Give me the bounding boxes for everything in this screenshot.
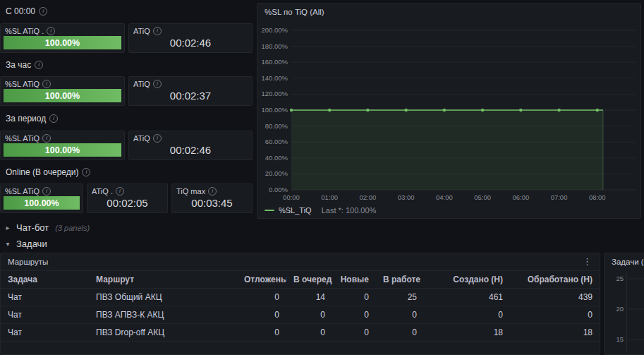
svg-text:60.00%: 60.00% [265,138,288,145]
column-header-7[interactable]: Создано (Н) [424,275,510,284]
column-header-8[interactable]: Обработано (Н) [510,275,600,284]
stat-value: 00:02:46 [129,37,252,49]
gauge-bar: 100.00% [4,143,121,157]
panel-title: %SL ATiQi [5,187,80,195]
table-row: ЧатПВЗ Drop-off АКЦ00001818 [1,324,600,342]
table-cell: 0 [332,327,376,337]
info-icon[interactable]: i [42,80,51,88]
svg-text:180.00%: 180.00% [261,42,288,50]
info-icon[interactable]: i [208,187,217,195]
sl-timeseries-chart[interactable]: 0.00%20.00%40.00%60.00%80.00%100.00%120.… [257,4,640,205]
row-tasks[interactable]: ▾ Задачи [4,238,47,250]
info-icon[interactable]: i [153,80,162,88]
panel-title-text: %SL ATiQ [5,134,40,143]
table-cell: 439 [510,292,600,302]
section-header-1[interactable]: С 00:00i [6,6,47,16]
panel-title: ATiQi [133,134,249,143]
panel-title-text: %SL ATiQ . [5,27,44,35]
table-cell: 0 [237,327,286,337]
svg-text:20.00%: 20.00% [265,169,288,177]
svg-text:0.00%: 0.00% [269,186,288,193]
table-cell: 0 [424,310,510,320]
table-cell: 18 [510,327,600,337]
column-header-1[interactable]: Задача [1,275,89,284]
routes-table-title: Маршруты [8,258,48,266]
section-title: С 00:00 [6,6,35,16]
gauge-bar: 100.00% [4,89,121,102]
gauge-value: 100.00% [45,91,80,101]
table-cell: Чат [1,292,89,302]
column-header-2[interactable]: Маршрут [89,275,237,284]
column-header-6[interactable]: В работе [376,275,424,284]
panel-title-text: ATiQ [133,27,150,35]
info-icon[interactable]: i [42,187,51,195]
panel-menu-icon[interactable]: ⋮ [581,256,594,267]
routes-table-panel: Маршруты ⋮ ЗадачаМаршрутОтложеныВ очеред… [0,253,600,355]
gauge-panel: %SL ATiQi100.00% [0,76,125,106]
info-icon[interactable]: i [42,134,51,143]
info-icon[interactable]: i [39,7,47,16]
svg-text:08:00: 08:00 [589,193,606,201]
svg-text:07:00: 07:00 [551,193,568,201]
info-icon[interactable]: i [49,114,58,123]
chevron-down-icon: ▾ [4,240,11,248]
panel-title-text: %SL ATiQ [5,80,40,88]
table-cell: 0 [237,292,286,302]
section-header-4[interactable]: Online (В очереди)i [6,167,90,177]
legend-last-value: Last *: 100.00% [322,206,377,215]
info-icon[interactable]: i [116,187,124,195]
stat-value: 00:02:46 [129,144,252,156]
table-cell: 0 [237,310,286,320]
column-header-3[interactable]: Отложены [237,275,286,284]
panel-title: ATiQ .i [92,187,164,195]
svg-text:200.00%: 200.00% [261,26,288,34]
gauge-value: 100.00% [24,198,59,208]
svg-text:100.00%: 100.00% [261,106,288,114]
stat-panel: ATiQ .i00:02:05 [87,183,168,213]
section-title: Online (В очереди) [6,167,78,177]
svg-text:04:00: 04:00 [436,193,453,201]
table-cell: 0 [286,310,332,320]
row-chatbot[interactable]: ▸ Чат-бот (3 panels) [4,222,90,234]
legend-line-swatch [265,210,274,211]
gauge-bar: 100.00% [4,196,80,210]
svg-text:140.00%: 140.00% [261,74,288,82]
svg-text:40.00%: 40.00% [265,154,288,162]
info-icon[interactable]: i [82,168,90,176]
gauge-panel: %SL ATiQi100.00% [0,183,83,213]
panel-title: ATiQi [133,80,249,88]
legend-series-label[interactable]: %SL_TiQ [279,206,312,215]
section-header-3[interactable]: За периодi [6,113,58,124]
tasks-chart-panel: Задачи (All 252015 [604,253,644,355]
table-cell: 0 [376,310,424,320]
svg-text:80.00%: 80.00% [265,122,288,130]
tasks-chart-axis: 252015 [604,253,644,354]
table-cell: 0 [332,310,376,320]
panel-title: ATiQi [133,27,249,35]
info-icon[interactable]: i [153,27,162,35]
table-cell: Чат [1,327,89,337]
section-header-2[interactable]: За часi [6,59,43,70]
table-cell: 0 [510,310,600,320]
stat-value: 00:02:05 [87,197,167,209]
chart-legend: %SL_TiQ Last *: 100.00% [265,206,376,215]
table-cell: 461 [424,292,510,302]
row-chatbot-title: Чат-бот [16,222,49,233]
info-icon[interactable]: i [35,61,43,69]
row-chatbot-panel-count: (3 panels) [55,224,90,232]
svg-text:15: 15 [616,335,624,343]
chevron-right-icon: ▸ [4,224,11,231]
column-header-5[interactable]: Новые [332,275,376,284]
row-tasks-title: Задачи [16,239,47,249]
column-header-4[interactable]: В очереди↓ [286,275,332,284]
panel-title: %SL ATiQi [5,134,121,143]
table-header-row: ЗадачаМаршрутОтложеныВ очереди↓НовыеВ ра… [1,270,600,289]
svg-text:02:00: 02:00 [360,193,377,201]
table-row: ЧатПВЗ Общий АКЦ014025461439 [1,289,600,306]
sl-by-tiq-chart-panel: %SL по TiQ (All) 0.00%20.00%40.00%60.00%… [257,3,641,219]
table-cell: 14 [286,292,332,302]
info-icon[interactable]: i [47,27,55,35]
info-icon[interactable]: i [153,134,162,143]
stat-panel: ATiQi00:02:46 [128,23,253,53]
svg-text:120.00%: 120.00% [261,90,288,97]
